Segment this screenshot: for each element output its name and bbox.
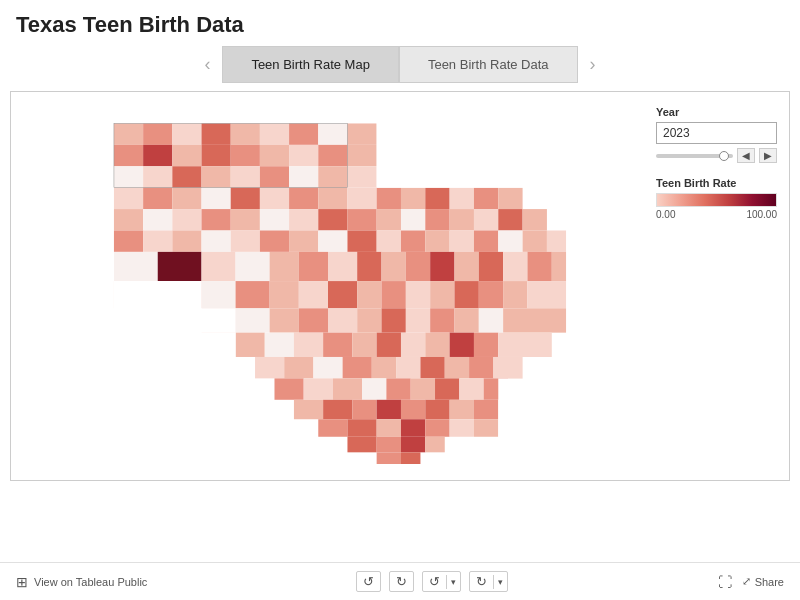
svg-rect-120 <box>293 333 322 357</box>
svg-rect-116 <box>478 308 502 332</box>
svg-rect-94 <box>235 281 269 308</box>
redo2-icon[interactable]: ↻ <box>470 572 493 591</box>
svg-rect-83 <box>381 252 405 281</box>
svg-rect-141 <box>303 378 332 399</box>
legend-max: 100.00 <box>746 209 777 220</box>
redo-icon[interactable]: ↻ <box>390 572 413 591</box>
tab-teen-birth-rate-map[interactable]: Teen Birth Rate Map <box>222 46 399 83</box>
svg-rect-104 <box>503 281 527 308</box>
svg-rect-128 <box>498 333 552 357</box>
undo2-arrow[interactable]: ▾ <box>446 575 460 589</box>
svg-rect-47 <box>259 209 288 230</box>
share-label[interactable]: Share <box>755 576 784 588</box>
svg-rect-113 <box>405 308 429 332</box>
tab-teen-birth-rate-data[interactable]: Teen Birth Rate Data <box>399 46 578 83</box>
legend-min: 0.00 <box>656 209 675 220</box>
undo-split-btn[interactable]: ↺ <box>356 571 381 592</box>
year-slider-prev-btn[interactable]: ◀ <box>737 148 755 163</box>
svg-rect-156 <box>449 400 473 419</box>
year-slider-track[interactable] <box>656 154 733 158</box>
tableau-icon: ⊞ <box>16 574 28 590</box>
tableau-link[interactable]: ⊞ View on Tableau Public <box>16 574 147 590</box>
year-input[interactable] <box>656 122 777 144</box>
svg-rect-84 <box>405 252 429 281</box>
svg-rect-127 <box>473 333 497 357</box>
svg-rect-138 <box>493 357 522 378</box>
svg-rect-64 <box>289 230 318 251</box>
tableau-link-text[interactable]: View on Tableau Public <box>34 576 147 588</box>
svg-rect-25 <box>318 166 347 187</box>
svg-rect-105 <box>527 281 566 308</box>
svg-rect-3 <box>201 123 230 144</box>
svg-rect-143 <box>362 378 386 399</box>
fullscreen-icon[interactable]: ⛶ <box>718 574 732 590</box>
tab-next-arrow[interactable]: › <box>578 54 608 75</box>
svg-rect-103 <box>478 281 502 308</box>
svg-rect-119 <box>264 333 293 357</box>
tab-prev-arrow[interactable]: ‹ <box>192 54 222 75</box>
tabs-container: ‹ Teen Birth Rate Map Teen Birth Rate Da… <box>0 46 800 83</box>
svg-rect-59 <box>143 230 172 251</box>
svg-rect-60 <box>172 230 201 251</box>
svg-rect-0 <box>113 123 142 144</box>
svg-rect-109 <box>298 308 327 332</box>
svg-rect-52 <box>400 209 424 230</box>
legend-labels: 0.00 100.00 <box>656 209 777 220</box>
share-button[interactable]: ⤢ Share <box>742 575 784 588</box>
year-slider-next-btn[interactable]: ▶ <box>759 148 777 163</box>
svg-rect-117 <box>503 308 566 332</box>
svg-rect-24 <box>289 166 318 187</box>
svg-rect-17 <box>347 145 376 166</box>
svg-rect-19 <box>143 166 172 187</box>
svg-rect-75 <box>113 252 157 281</box>
svg-rect-121 <box>323 333 352 357</box>
svg-rect-13 <box>230 145 259 166</box>
undo2-split-btn[interactable]: ↺ ▾ <box>422 571 461 592</box>
bottom-right-controls: ⛶ ⤢ Share <box>718 574 784 590</box>
svg-rect-1 <box>143 123 172 144</box>
svg-rect-166 <box>347 437 376 453</box>
svg-rect-28 <box>143 188 172 209</box>
svg-rect-137 <box>469 357 493 378</box>
page-wrapper: Texas Teen Birth Data ‹ Teen Birth Rate … <box>0 0 800 600</box>
svg-rect-46 <box>230 209 259 230</box>
svg-rect-33 <box>289 188 318 209</box>
svg-rect-140 <box>274 378 303 399</box>
svg-rect-73 <box>522 230 546 251</box>
share-icon: ⤢ <box>742 575 751 588</box>
svg-rect-115 <box>454 308 478 332</box>
svg-rect-167 <box>376 437 400 453</box>
svg-rect-51 <box>376 209 400 230</box>
svg-rect-159 <box>318 419 347 437</box>
svg-marker-172 <box>55 104 109 464</box>
svg-marker-181 <box>532 357 600 464</box>
redo2-arrow[interactable]: ▾ <box>493 575 507 589</box>
svg-rect-134 <box>396 357 420 378</box>
svg-rect-57 <box>522 209 546 230</box>
svg-rect-7 <box>318 123 347 144</box>
svg-rect-41 <box>498 188 522 209</box>
svg-rect-31 <box>230 188 259 209</box>
svg-rect-71 <box>473 230 497 251</box>
redo-split-btn[interactable]: ↻ <box>389 571 414 592</box>
svg-rect-4 <box>230 123 259 144</box>
svg-rect-23 <box>259 166 288 187</box>
svg-rect-112 <box>381 308 405 332</box>
svg-rect-145 <box>410 378 434 399</box>
svg-rect-27 <box>113 188 142 209</box>
svg-rect-82 <box>357 252 381 281</box>
svg-rect-146 <box>435 378 459 399</box>
year-slider-thumb[interactable] <box>719 151 729 161</box>
page-title: Texas Teen Birth Data <box>0 0 800 46</box>
svg-rect-101 <box>430 281 454 308</box>
svg-rect-61 <box>201 230 230 251</box>
svg-rect-133 <box>371 357 395 378</box>
undo-icon[interactable]: ↺ <box>357 572 380 591</box>
svg-rect-29 <box>172 188 201 209</box>
svg-rect-79 <box>269 252 298 281</box>
redo2-split-btn[interactable]: ↻ ▾ <box>469 571 508 592</box>
svg-rect-72 <box>498 230 522 251</box>
svg-rect-157 <box>473 400 497 419</box>
svg-rect-69 <box>425 230 449 251</box>
undo2-icon[interactable]: ↺ <box>423 572 446 591</box>
